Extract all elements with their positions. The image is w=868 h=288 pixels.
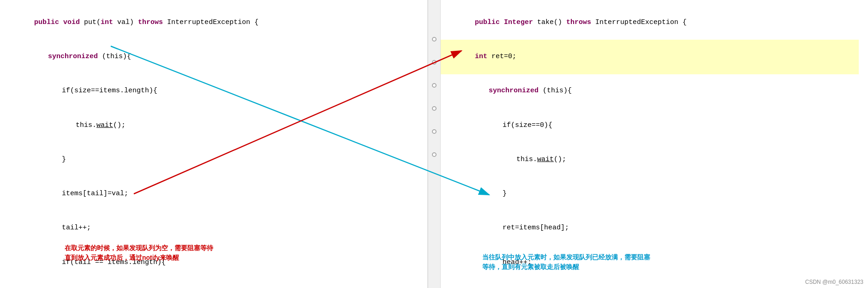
code-text: wait <box>537 156 554 163</box>
divider-dot <box>432 83 437 88</box>
code-text: this. <box>516 156 537 163</box>
divider-bar <box>428 0 441 288</box>
divider-dot <box>432 129 437 134</box>
code-line: synchronized (this){ <box>450 74 859 108</box>
divider-dot <box>432 106 437 111</box>
code-line: this.wait(); <box>450 143 859 177</box>
code-text: } <box>62 156 66 163</box>
code-line: items[tail]=val; <box>9 177 418 211</box>
code-text: (this){ <box>539 87 572 95</box>
code-line: } <box>9 143 418 177</box>
annotation-text-1: 当往队列中放入元素时，如果发现队列已经放满，需要阻塞 <box>482 253 650 261</box>
keyword: throws <box>138 18 163 26</box>
code-text: if(size==items.length){ <box>62 87 157 95</box>
divider-dot <box>432 60 437 65</box>
left-annotation: 在取元素的时候，如果发现队列为空，需要阻塞等待 直到放入元素成功后，通过noti… <box>65 243 213 263</box>
code-line: ret=items[head]; <box>450 211 859 246</box>
annotation-text-2: 等待，直到有元素被取走后被唤醒 <box>482 263 579 270</box>
code-line: synchronized (this){ <box>9 40 418 74</box>
keyword: int <box>101 18 113 26</box>
code-text: (this){ <box>98 53 131 60</box>
code-line: } <box>450 177 859 211</box>
code-text: (); <box>113 121 126 129</box>
keyword: public <box>34 18 63 26</box>
keyword: int <box>475 53 487 60</box>
code-text: ret=items[head]; <box>503 224 569 232</box>
code-text: ret=0; <box>487 53 516 60</box>
code-line: tail=0; <box>9 280 418 288</box>
code-text: (); <box>554 156 566 163</box>
code-line: tail++; <box>9 211 418 246</box>
code-line: if(head==items.length){ <box>450 280 859 288</box>
code-text: if(size==0){ <box>503 121 552 129</box>
code-text: wait <box>96 121 113 129</box>
code-line: public void put(int val) throws Interrup… <box>9 6 418 40</box>
watermark: CSDN @m0_60631323 <box>805 279 863 285</box>
left-code-panel: public void put(int val) throws Interrup… <box>0 0 428 288</box>
code-text: this. <box>76 121 96 129</box>
code-text: tail++; <box>62 224 91 232</box>
keyword: Integer <box>504 18 533 26</box>
keyword: public <box>475 18 504 26</box>
keyword: void <box>63 18 84 26</box>
code-text: items[tail]=val; <box>62 190 128 198</box>
code-line: this.wait(); <box>9 108 418 143</box>
keyword: synchronized <box>489 87 539 95</box>
keyword: throws <box>566 18 591 26</box>
code-line: if(size==0){ <box>450 108 859 143</box>
code-text: put( <box>84 18 101 26</box>
code-line: int ret=0; <box>441 40 859 74</box>
code-text: take() <box>533 18 566 26</box>
code-line: if(size==items.length){ <box>9 74 418 108</box>
code-text: InterruptedException { <box>591 18 687 26</box>
code-text: } <box>503 190 507 198</box>
right-annotation: 当往队列中放入元素时，如果发现队列已经放满，需要阻塞 等待，直到有元素被取走后被… <box>482 252 650 272</box>
code-text: InterruptedException { <box>163 18 258 26</box>
divider-dot <box>432 37 437 42</box>
code-text: val) <box>113 18 138 26</box>
annotation-text-2: 直到放入元素成功后，通过notify来唤醒 <box>65 254 179 261</box>
divider-dot <box>432 152 437 157</box>
main-container: public void put(int val) throws Interrup… <box>0 0 868 288</box>
keyword: synchronized <box>48 53 98 60</box>
annotation-text-1: 在取元素的时候，如果发现队列为空，需要阻塞等待 <box>65 244 213 252</box>
right-code-panel: public Integer take() throws Interrupted… <box>441 0 868 288</box>
code-line: public Integer take() throws Interrupted… <box>450 6 859 40</box>
